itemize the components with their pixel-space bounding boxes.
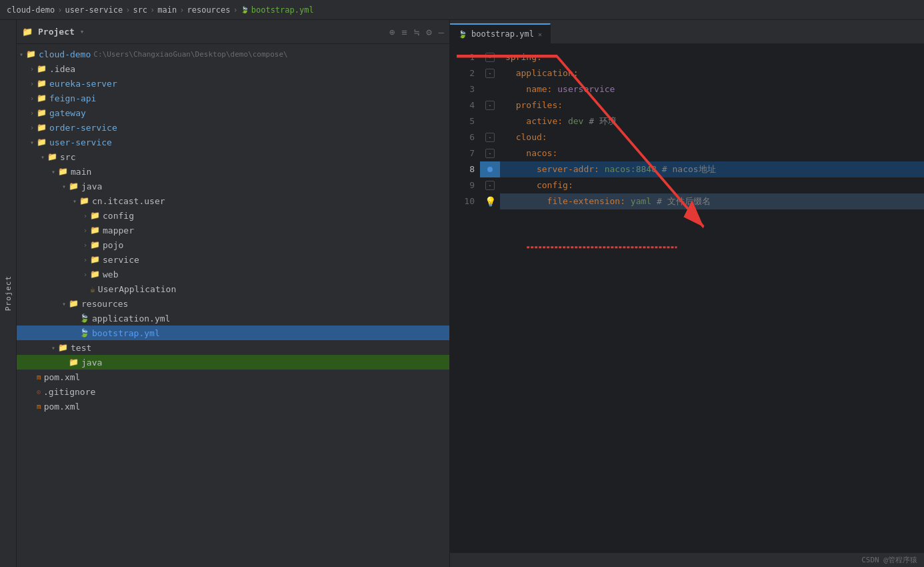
breadcrumb-item-1[interactable]: cloud-demo [7,5,55,15]
tree-label-pojo: pojo [103,240,123,250]
folder-icon-test-java: 📁 [69,358,79,367]
gutter-9: - [480,177,500,193]
tree-item-mapper[interactable]: › 📁 mapper [17,223,449,237]
xml-icon-pom-user: m [37,373,41,382]
code-spring: spring: [505,49,542,65]
code-file-ext-key: file-extension: [505,193,631,209]
tree-item-resources[interactable]: ▾ 📁 resources [17,296,449,311]
expand-icon[interactable]: ≒ [414,27,419,37]
tree-item-service[interactable]: › 📁 service [17,252,449,267]
code-server-addr-key: server-addr: [505,161,605,177]
code-server-addr-val: nacos:8848 [605,161,657,177]
folder-icon-web: 📁 [90,269,100,279]
breadcrumb-item-5[interactable]: resources [187,5,230,15]
arrow-package: ▾ [70,197,79,205]
fold-icon-2[interactable]: - [485,69,495,78]
arrow-pojo: › [81,241,90,249]
code-name-key: name: [505,81,557,97]
fold-icon-7[interactable]: - [485,149,495,158]
tree-item-main[interactable]: ▾ 📁 main [17,164,449,179]
tree-item-root[interactable]: ▾ 📁 cloud-demo C:\Users\ChangxiaoGuan\De… [17,47,449,61]
tree-label-java: java [81,181,102,191]
folder-icon-pojo: 📁 [90,240,100,249]
arrow-root: ▾ [17,51,26,58]
tree-item-application-yml[interactable]: › 🍃 application.yml [17,311,449,326]
folder-icon-main: 📁 [58,167,68,176]
code-line-4: profiles: [500,97,924,113]
folder-icon-eureka: 📁 [37,79,47,88]
code-server-addr-comment: # nacos地址 [657,161,716,177]
breadcrumb-item-3[interactable]: src [133,5,147,15]
tree-item-package[interactable]: ▾ 📁 cn.itcast.user [17,193,449,208]
tree-item-idea[interactable]: › 📁 .idea [17,61,449,76]
settings-icon[interactable]: ⚙ [426,27,431,37]
tree-item-src[interactable]: ▾ 📁 src [17,149,449,164]
arrow-web: › [81,271,90,278]
sidebar-tab-label: Project [4,275,13,311]
bulb-icon-10[interactable]: 💡 [485,196,496,207]
folder-icon-package: 📁 [79,196,89,205]
hide-icon[interactable]: — [439,27,444,37]
folder-icon-test: 📁 [58,343,68,352]
tree-item-pom-user[interactable]: › m pom.xml [17,370,449,384]
arrow-java: ▾ [59,183,69,190]
collapse-icon[interactable]: ≡ [401,27,407,37]
tree-label-config: config [103,211,134,221]
tree-item-config[interactable]: › 📁 config [17,208,449,223]
arrow-mapper: › [81,227,90,234]
tree-label-resources: resources [81,299,128,309]
tree-item-test-java[interactable]: › 📁 java [17,355,449,370]
gutter-2: - [480,65,500,81]
tree-label-src: src [60,152,75,162]
fold-icon-4[interactable]: - [485,101,495,110]
breadcrumb-sep-4: › [179,5,184,15]
code-active-val: dev [568,113,583,129]
code-name-val: userservice [557,81,615,97]
breadcrumb-item-4[interactable]: main [157,5,177,15]
folder-icon-mapper: 📁 [90,225,100,235]
tree-item-bootstrap-yml[interactable]: › 🍃 bootstrap.yml [17,326,449,340]
code-line-2: application: [500,65,924,81]
tree-label-test-java: java [81,358,102,368]
tree-item-userapplication[interactable]: › ☕ UserApplication [17,281,449,296]
code-area[interactable]: spring: application: name: userservice p… [500,44,924,552]
fold-icon-6[interactable]: - [485,133,495,142]
arrow-user-service: ▾ [27,139,37,146]
tree-item-pojo[interactable]: › 📁 pojo [17,237,449,252]
tab-yaml-icon: 🍃 [458,30,467,39]
tree-item-feign[interactable]: › 📁 feign-api [17,91,449,105]
breadcrumb-item-2[interactable]: user-service [65,5,123,15]
tab-close-button[interactable]: ✕ [538,31,542,38]
gutter-8 [480,161,500,177]
tree-item-gitignore[interactable]: › ⊙ .gitignore [17,384,449,399]
git-icon-gitignore: ⊙ [37,388,41,396]
editor-tabs: 🍃 bootstrap.yml ✕ [450,20,924,44]
breadcrumb-item-6[interactable]: bootstrap.yml [251,5,314,15]
tree-label-pom-root: pom.xml [44,402,81,412]
arrow-resources: ▾ [59,300,69,308]
tree-item-gateway[interactable]: › 📁 gateway [17,105,449,120]
breadcrumb-sep-3: › [150,5,155,15]
tree-label-main: main [71,167,91,177]
tree-item-java[interactable]: ▾ 📁 java [17,179,449,193]
sidebar-vertical-tab[interactable]: Project [0,20,17,567]
tree-item-user-service[interactable]: ▾ 📁 user-service [17,135,449,149]
tree-item-test[interactable]: ▾ 📁 test [17,340,449,355]
tree-item-web[interactable]: › 📁 web [17,267,449,281]
tree-item-pom-root[interactable]: › m pom.xml [17,399,449,414]
gutter: - - - - - - [480,44,500,552]
gutter-1: - [480,49,500,65]
gutter-4: - [480,97,500,113]
tree-item-order[interactable]: › 📁 order-service [17,120,449,135]
locate-icon[interactable]: ⊕ [389,27,395,37]
code-line-3: name: userservice [500,81,924,97]
fold-icon-9[interactable]: - [485,181,495,190]
dropdown-arrow-icon[interactable]: ▾ [80,27,85,36]
file-tree-panel: 📁 Project ▾ ⊕ ≡ ≒ ⚙ — ▾ 📁 cloud-demo C:\… [17,20,450,567]
fold-icon-1[interactable]: - [485,53,495,62]
tree-item-eureka[interactable]: › 📁 eureka-server [17,76,449,91]
editor-tab-bootstrap[interactable]: 🍃 bootstrap.yml ✕ [450,23,551,43]
gutter-3 [480,81,500,97]
code-application: application: [505,65,579,81]
breadcrumb-sep-1: › [57,5,62,15]
